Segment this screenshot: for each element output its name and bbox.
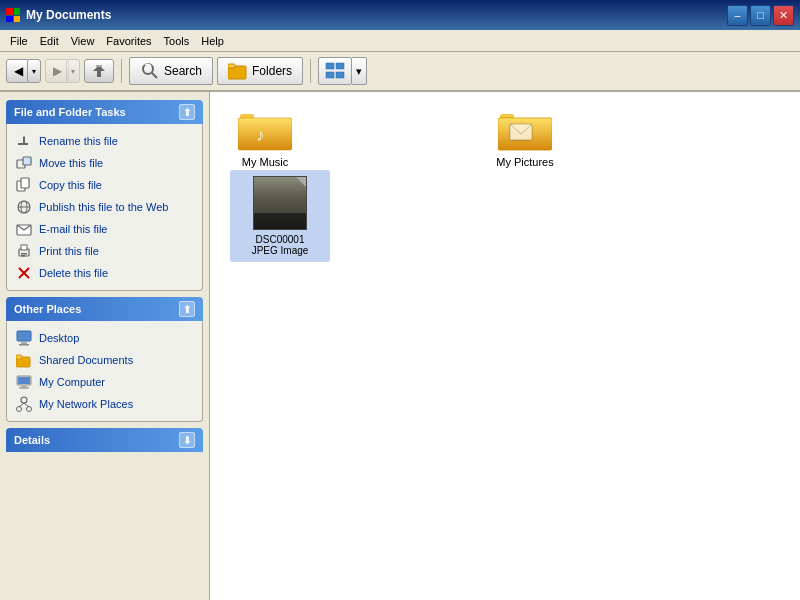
place-desktop[interactable]: Desktop: [11, 327, 198, 349]
menu-help[interactable]: Help: [195, 33, 230, 49]
view-btn-group: ▾: [318, 57, 367, 85]
svg-rect-29: [16, 355, 22, 359]
svg-point-35: [17, 407, 22, 412]
svg-rect-4: [228, 64, 235, 68]
other-places-body: Desktop Shared Documents: [6, 321, 203, 422]
svg-rect-26: [21, 342, 27, 344]
svg-rect-31: [18, 377, 30, 384]
details-header[interactable]: Details ⬇: [6, 428, 203, 452]
toolbar: ◀ ▾ ▶ ▾ Search Folders: [0, 52, 800, 92]
menu-file[interactable]: File: [4, 33, 34, 49]
copy-icon: [15, 176, 33, 194]
move-icon: [15, 154, 33, 172]
search-label: Search: [164, 64, 202, 78]
menu-tools[interactable]: Tools: [158, 33, 196, 49]
place-desktop-label: Desktop: [39, 332, 79, 344]
dsc-file-thumbnail: [253, 176, 307, 230]
delete-icon: [15, 264, 33, 282]
folder-my-music[interactable]: ♪ My Music: [220, 102, 310, 174]
close-button[interactable]: ✕: [773, 5, 794, 26]
view-button[interactable]: [318, 57, 352, 85]
place-shared[interactable]: Shared Documents: [11, 349, 198, 371]
collapse-other-places[interactable]: ⬆: [179, 301, 195, 317]
svg-rect-32: [21, 386, 27, 388]
back-dropdown[interactable]: ▾: [27, 59, 41, 83]
other-places-title: Other Places: [14, 303, 81, 315]
forward-dropdown[interactable]: ▾: [66, 59, 80, 83]
collapse-details[interactable]: ⬇: [179, 432, 195, 448]
svg-rect-0: [96, 65, 102, 67]
maximize-button[interactable]: □: [750, 5, 771, 26]
svg-point-1: [143, 64, 153, 74]
task-delete-label: Delete this file: [39, 267, 108, 279]
my-music-label: My Music: [242, 156, 288, 168]
svg-text:♪: ♪: [256, 125, 265, 145]
folders-icon: [228, 62, 248, 80]
details-section: Details ⬇: [6, 428, 203, 452]
menu-view[interactable]: View: [65, 33, 101, 49]
svg-rect-33: [19, 388, 29, 389]
place-computer[interactable]: My Computer: [11, 371, 198, 393]
computer-icon: [15, 373, 33, 391]
svg-rect-10: [23, 137, 25, 143]
view-icon: [325, 62, 345, 80]
collapse-file-tasks[interactable]: ⬆: [179, 104, 195, 120]
left-panel: File and Folder Tasks ⬆ Rename this file: [0, 92, 210, 600]
svg-rect-27: [19, 344, 29, 346]
svg-rect-5: [326, 63, 334, 69]
task-delete[interactable]: Delete this file: [11, 262, 198, 284]
my-pictures-label: My Pictures: [496, 156, 553, 168]
task-move[interactable]: Move this file: [11, 152, 198, 174]
file-folder-tasks-title: File and Folder Tasks: [14, 106, 126, 118]
separator-2: [310, 59, 311, 83]
folder-my-pictures[interactable]: My Pictures: [480, 102, 570, 174]
task-publish[interactable]: Publish this file to the Web: [11, 196, 198, 218]
svg-rect-12: [23, 157, 31, 165]
svg-line-37: [19, 403, 24, 407]
up-icon: [90, 62, 108, 80]
main-container: File and Folder Tasks ⬆ Rename this file: [0, 92, 800, 600]
content-area[interactable]: ♪ My Music: [210, 92, 800, 600]
svg-rect-22: [21, 255, 25, 257]
svg-line-2: [152, 73, 157, 78]
view-dropdown[interactable]: ▾: [352, 57, 367, 85]
forward-nav-group: ▶ ▾: [45, 59, 80, 83]
other-places-header[interactable]: Other Places ⬆: [6, 297, 203, 321]
task-email-label: E-mail this file: [39, 223, 107, 235]
svg-rect-46: [510, 124, 532, 140]
svg-rect-41: [238, 118, 292, 150]
task-rename[interactable]: Rename this file: [11, 130, 198, 152]
search-button[interactable]: Search: [129, 57, 213, 85]
task-rename-label: Rename this file: [39, 135, 118, 147]
title-bar-buttons: – □ ✕: [727, 5, 794, 26]
menu-edit[interactable]: Edit: [34, 33, 65, 49]
menu-favorites[interactable]: Favorites: [100, 33, 157, 49]
file-dsc00001[interactable]: DSC00001JPEG Image: [230, 170, 330, 262]
place-computer-label: My Computer: [39, 376, 105, 388]
back-nav-group: ◀ ▾: [6, 59, 41, 83]
folders-button[interactable]: Folders: [217, 57, 303, 85]
other-places-section: Other Places ⬆ Desktop: [6, 297, 203, 422]
file-folder-tasks-section: File and Folder Tasks ⬆ Rename this file: [6, 100, 203, 291]
task-copy[interactable]: Copy this file: [11, 174, 198, 196]
folders-label: Folders: [252, 64, 292, 78]
place-shared-label: Shared Documents: [39, 354, 133, 366]
task-copy-label: Copy this file: [39, 179, 102, 191]
title-bar: My Documents – □ ✕: [0, 0, 800, 30]
task-email[interactable]: E-mail this file: [11, 218, 198, 240]
svg-rect-6: [336, 63, 344, 69]
up-button[interactable]: [84, 59, 114, 83]
task-print[interactable]: Print this file: [11, 240, 198, 262]
svg-point-36: [27, 407, 32, 412]
file-folder-tasks-body: Rename this file Move this file: [6, 124, 203, 291]
place-network[interactable]: My Network Places: [11, 393, 198, 415]
menu-bar: File Edit View Favorites Tools Help: [0, 30, 800, 52]
dsc-file-label: DSC00001JPEG Image: [252, 234, 309, 256]
svg-rect-8: [336, 72, 344, 78]
svg-rect-20: [21, 245, 27, 250]
publish-icon: [15, 198, 33, 216]
svg-rect-21: [21, 253, 27, 255]
file-folder-tasks-header[interactable]: File and Folder Tasks ⬆: [6, 100, 203, 124]
desktop-icon: [15, 329, 33, 347]
minimize-button[interactable]: –: [727, 5, 748, 26]
